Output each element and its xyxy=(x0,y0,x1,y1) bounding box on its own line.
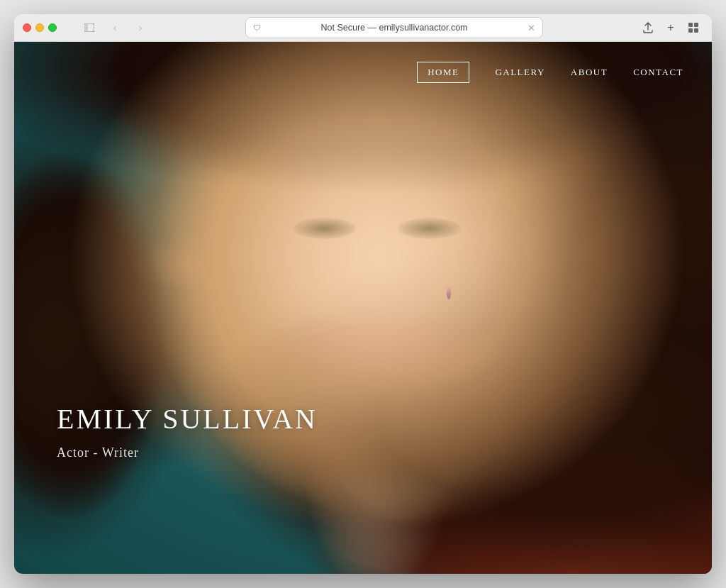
nav-about[interactable]: ABOUT xyxy=(571,67,608,78)
close-button[interactable] xyxy=(23,23,31,32)
right-eye xyxy=(398,218,461,239)
hero-text: EMILY SULLIVAN Actor - Writer xyxy=(57,402,318,460)
fullscreen-button[interactable] xyxy=(48,23,57,32)
portrait-composite xyxy=(14,42,712,574)
nav-links: HOME GALLERY ABOUT CONTACT xyxy=(417,62,683,83)
hero-name: EMILY SULLIVAN xyxy=(57,402,318,436)
tab-grid-button[interactable] xyxy=(683,18,703,38)
svg-rect-1 xyxy=(84,23,88,32)
back-button[interactable]: ‹ xyxy=(105,18,125,38)
share-button[interactable] xyxy=(638,18,658,38)
browser-toolbar: ‹ › 🛡 Not Secure — emilysullivanactor.co… xyxy=(14,14,712,42)
url-text: Not Secure — emilysullivanactor.com xyxy=(265,23,523,33)
sidebar-toggle-button[interactable] xyxy=(79,18,99,38)
website-content: HOME GALLERY ABOUT CONTACT EMILY SULLIVA… xyxy=(14,42,712,574)
minimize-button[interactable] xyxy=(35,23,44,32)
tab-close-x[interactable]: ✕ xyxy=(527,23,535,33)
toolbar-right: + xyxy=(638,18,703,38)
svg-rect-3 xyxy=(694,23,698,27)
nav-contact[interactable]: CONTACT xyxy=(633,67,683,78)
nav-home[interactable]: HOME xyxy=(417,62,469,83)
svg-rect-2 xyxy=(688,23,693,27)
security-icon: 🛡 xyxy=(253,23,261,32)
site-navigation: HOME GALLERY ABOUT CONTACT xyxy=(14,42,712,103)
traffic-lights xyxy=(23,23,57,32)
left-eye xyxy=(294,218,357,239)
browser-window: ‹ › 🛡 Not Secure — emilysullivanactor.co… xyxy=(14,14,712,574)
nav-gallery[interactable]: GALLERY xyxy=(495,67,544,78)
address-bar[interactable]: 🛡 Not Secure — emilysullivanactor.com ✕ xyxy=(245,17,543,38)
hero-subtitle: Actor - Writer xyxy=(57,445,318,460)
svg-rect-5 xyxy=(694,28,698,33)
new-tab-button[interactable]: + xyxy=(661,18,681,38)
forward-button[interactable]: › xyxy=(130,18,150,38)
svg-rect-4 xyxy=(688,28,693,33)
